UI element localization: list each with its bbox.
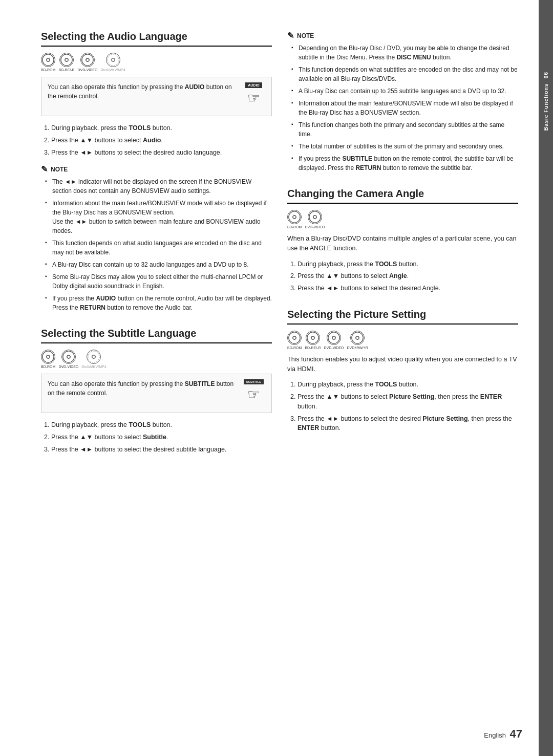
disc-label: BD-ROM <box>41 68 55 72</box>
subtitle-remote-label: SUBTITLE <box>244 379 264 384</box>
subtitle-remote-icon: SUBTITLE ☞ <box>242 379 265 407</box>
right-note-item-4: Information about the main feature/BONUS… <box>291 99 518 117</box>
picture-step-2: Press the ▲▼ buttons to select Picture S… <box>297 392 518 412</box>
pic-disc-icon-dvdvideo: DVD-VIDEO <box>324 331 344 350</box>
svg-point-2 <box>61 54 72 66</box>
disc-label: BD-ROM <box>287 225 302 229</box>
hand-icon: ☞ <box>247 90 260 106</box>
svg-point-11 <box>67 355 70 358</box>
disc-label: BD-RE/-R <box>58 68 74 72</box>
camera-step-3: Press the ◄► buttons to select the desir… <box>297 284 518 293</box>
page-footer: English 47 <box>484 727 522 741</box>
disc-circle <box>287 331 302 345</box>
camera-section-title: Changing the Camera Angle <box>287 188 518 204</box>
subtitle-disc-icons: BD-ROM DVD-VIDEO <box>41 350 272 369</box>
audio-note-header: ✎ NOTE <box>41 164 272 174</box>
picture-intro: This function enables you to adjust vide… <box>287 355 518 374</box>
right-column: ✎ NOTE Depending on the Blu-ray Disc / D… <box>287 31 518 725</box>
disc-label: DVD-VIDEO <box>58 365 78 369</box>
audio-note-item-3: This function depends on what audio lang… <box>45 239 272 257</box>
sub-disc-icon-bdrom: BD-ROM <box>41 350 55 369</box>
audio-note-item-6: If you press the AUDIO button on the rem… <box>45 294 272 312</box>
disc-circle <box>41 53 55 67</box>
right-note-header: ✎ NOTE <box>287 31 518 40</box>
disc-label: BD-RE/-R <box>305 346 321 350</box>
camera-step-2: Press the ▲▼ buttons to select Angle. <box>297 271 518 281</box>
picture-steps: During playback, press the TOOLS button.… <box>287 380 518 433</box>
svg-point-7 <box>112 58 115 61</box>
svg-point-5 <box>86 58 89 61</box>
pic-disc-icon-dvdplusrwr: DVD+RW/+R <box>347 331 368 350</box>
audio-note-item-4: A Blu-ray Disc can contain up to 32 audi… <box>45 260 272 269</box>
svg-point-23 <box>332 336 335 339</box>
audio-note: ✎ NOTE The ◄► indicator will not be disp… <box>41 164 272 312</box>
disc-circle <box>61 350 76 364</box>
audio-section: Selecting the Audio Language BD-ROM <box>41 31 272 312</box>
chapter-label: Basic Functions <box>543 83 549 131</box>
svg-point-1 <box>47 58 50 61</box>
svg-point-19 <box>293 336 296 339</box>
disc-circle <box>59 53 74 67</box>
picture-section: Selecting the Picture Setting BD-ROM <box>287 309 518 433</box>
right-note-item-6: The total number of subtitles is the sum… <box>291 142 518 151</box>
cam-disc-icon-bdrom: BD-ROM <box>287 210 302 229</box>
picture-disc-icons: BD-ROM BD-RE/-R <box>287 331 518 350</box>
audio-note-item-1: The ◄► indicator will not be displayed o… <box>45 177 272 196</box>
audio-remote-label: AUDIO <box>245 82 262 88</box>
note-label: NOTE <box>297 32 314 39</box>
svg-point-15 <box>293 215 296 219</box>
audio-info-text: You can also operate this function by pr… <box>48 82 237 101</box>
subtitle-info-box: You can also operate this function by pr… <box>41 374 272 413</box>
right-note: ✎ NOTE Depending on the Blu-ray Disc / D… <box>287 31 518 172</box>
svg-point-17 <box>313 215 316 219</box>
subtitle-step-1: During playback, press the TOOLS button. <box>51 420 272 430</box>
svg-point-21 <box>311 336 314 339</box>
svg-point-4 <box>82 54 93 66</box>
disc-icon-divx: DivX/MKV/MP4 <box>100 53 125 72</box>
disc-label: DivX/MKV/MP4 <box>81 365 106 369</box>
sub-disc-icon-divx: DivX/MKV/MP4 <box>81 350 106 369</box>
svg-point-0 <box>42 54 54 66</box>
svg-point-12 <box>88 351 99 362</box>
audio-step-1: During playback, press the TOOLS button. <box>51 123 272 133</box>
right-note-item-5: This function changes both the primary a… <box>291 120 518 139</box>
svg-point-22 <box>328 332 339 343</box>
audio-step-3: Press the ◄► buttons to select the desir… <box>51 148 272 158</box>
camera-step-1: During playback, press the TOOLS button. <box>297 260 518 269</box>
audio-note-list: The ◄► indicator will not be displayed o… <box>41 177 272 312</box>
hand-icon: ☞ <box>247 386 260 403</box>
subtitle-info-text: You can also operate this function by pr… <box>48 379 237 398</box>
disc-circle <box>87 350 101 364</box>
right-note-list: Depending on the Blu-ray Disc / DVD, you… <box>287 44 518 172</box>
audio-note-item-2: Information about the main feature/BONUS… <box>45 199 272 235</box>
svg-point-24 <box>352 332 363 343</box>
audio-steps: During playback, press the TOOLS button.… <box>41 123 272 157</box>
audio-step-2: Press the ▲▼ buttons to select Audio. <box>51 136 272 145</box>
subtitle-steps: During playback, press the TOOLS button.… <box>41 420 272 454</box>
camera-disc-icons: BD-ROM DVD-VIDEO <box>287 210 518 229</box>
disc-label: DVD+RW/+R <box>347 346 368 350</box>
svg-point-13 <box>93 355 96 358</box>
pic-disc-icon-bdrom: BD-ROM <box>287 331 302 350</box>
right-note-item-7: If you press the SUBTITLE button on the … <box>291 154 518 172</box>
subtitle-step-3: Press the ◄► buttons to select the desir… <box>51 445 272 455</box>
svg-point-14 <box>289 211 300 223</box>
svg-point-20 <box>307 332 318 343</box>
audio-section-title: Selecting the Audio Language <box>41 31 272 47</box>
svg-point-16 <box>309 211 321 223</box>
subtitle-section: Selecting the Subtitle Language BD-ROM <box>41 328 272 454</box>
note-label: NOTE <box>51 166 68 173</box>
disc-circle <box>106 53 120 67</box>
right-note-item-3: A Blu-ray Disc can contain up to 255 sub… <box>291 87 518 96</box>
disc-label: BD-ROM <box>287 346 302 350</box>
svg-point-18 <box>289 332 300 343</box>
disc-label: DVD-VIDEO <box>78 68 98 72</box>
disc-icon-dvdvideo: DVD-VIDEO <box>78 53 98 72</box>
picture-step-3: Press the ◄► buttons to select the desir… <box>297 414 518 434</box>
note-icon: ✎ <box>287 31 294 40</box>
note-icon: ✎ <box>41 164 48 174</box>
left-column: Selecting the Audio Language BD-ROM <box>41 31 272 725</box>
chapter-number: 06 <box>543 72 549 78</box>
page-number: 47 <box>510 727 522 740</box>
disc-circle <box>327 331 341 345</box>
